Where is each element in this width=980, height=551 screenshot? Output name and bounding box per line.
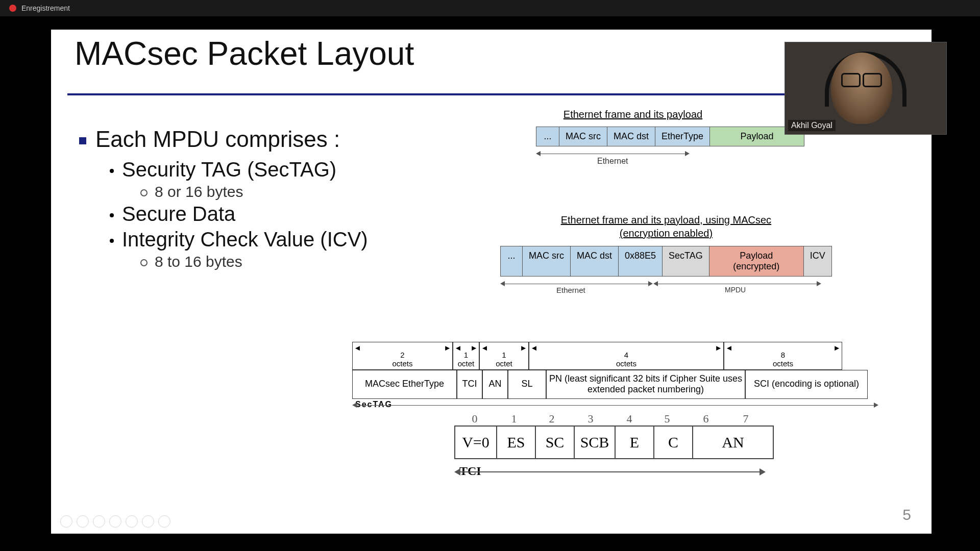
- ethernet-frame-title: Ethernet frame and its payload: [536, 109, 730, 120]
- circle-bullet-icon: [140, 189, 148, 196]
- arrow-bar: [540, 154, 685, 154]
- tci-field: ES: [497, 427, 536, 458]
- sectag-field: MACsec EtherType: [352, 370, 457, 399]
- sectag-octet: ◄►1octet: [479, 342, 529, 370]
- eth-cell-dots: ...: [536, 127, 559, 146]
- sectag-field: SL: [508, 370, 546, 399]
- tci-field: SCB: [575, 427, 616, 458]
- arrow-bar: [459, 471, 761, 472]
- tci-bit-numbers: 01234567: [454, 412, 774, 425]
- control-icon[interactable]: [158, 515, 170, 528]
- mac-cell-macsrc: MAC src: [523, 246, 571, 276]
- bullet-1b-text: Secure Data: [122, 203, 235, 225]
- title-rule: [67, 93, 795, 95]
- tci-bit-num: 6: [686, 412, 726, 425]
- tci-bit-num: 0: [454, 412, 495, 425]
- ethernet-frame-diagram: Ethernet frame and its payload ... MAC s…: [536, 109, 804, 159]
- sectag-field: SCI (encoding is optional): [745, 370, 868, 399]
- sectag-field: PN (least significant 32 bits if Cipher …: [546, 370, 745, 399]
- recording-label: Enregistrement: [21, 4, 70, 12]
- bullet-2c-text: 8 to 16 bytes: [155, 253, 242, 270]
- sectag-octets-row: ◄►2octets◄►1octet◄►1octet◄►4octets◄►8oct…: [352, 342, 878, 370]
- arrow-right-icon: [760, 468, 766, 475]
- arrow-right-icon: [874, 403, 878, 408]
- arrow-right-icon: [817, 281, 821, 286]
- eth-cell-macdst: MAC dst: [607, 127, 655, 146]
- glasses-icon: [841, 73, 882, 85]
- mac-cell-macdst: MAC dst: [571, 246, 619, 276]
- tci-field: E: [616, 427, 654, 458]
- tci-field: AN: [693, 427, 773, 458]
- control-icon[interactable]: [142, 515, 154, 528]
- bullet-2a-text: 8 or 16 bytes: [155, 183, 243, 200]
- tci-bit-num: 1: [495, 412, 533, 425]
- mpdu-span-label: MPDU: [725, 286, 746, 294]
- eth-cell-macsrc: MAC src: [559, 127, 607, 146]
- mac-cell-ethertype: 0x88E5: [619, 246, 663, 276]
- bullet-1a: Security TAG (SecTAG): [110, 158, 436, 181]
- arrow-right-icon: [685, 151, 690, 156]
- tci-bit-num: 2: [533, 412, 571, 425]
- ethernet-span-label: Ethernet: [597, 157, 628, 166]
- bullet-1c: Integrity Check Value (ICV): [110, 228, 436, 251]
- tci-bit-num: 5: [648, 412, 686, 425]
- bullet-1c-text: Integrity Check Value (ICV): [122, 228, 368, 251]
- recording-bar: Enregistrement: [0, 0, 980, 16]
- bullet-1b: Secure Data: [110, 203, 436, 226]
- sectag-octet: ◄►2octets: [352, 342, 453, 370]
- mac-cell-icv: ICV: [804, 246, 831, 276]
- ethernet-span-label: Ethernet: [556, 286, 585, 294]
- webcam-overlay: Akhil Goyal: [785, 42, 947, 135]
- sectag-field: AN: [482, 370, 508, 399]
- bullet-list: Each MPDU comprises : Security TAG (SecT…: [79, 127, 436, 272]
- control-icon[interactable]: [60, 515, 72, 528]
- tci-bit-num: 4: [610, 412, 648, 425]
- disc-bullet-icon: [110, 169, 114, 173]
- sectag-fields-row: MACsec EtherTypeTCIANSLPN (least signifi…: [352, 370, 878, 399]
- arrow-bar: [356, 405, 874, 406]
- mac-cell-dots: ...: [501, 246, 523, 276]
- tci-field: SC: [536, 427, 575, 458]
- bullet-2a: 8 or 16 bytes: [140, 183, 436, 201]
- sectag-span-label: SecTAG: [352, 400, 878, 409]
- mac-cell-sectag: SecTAG: [663, 246, 709, 276]
- macsec-spans: Ethernet MPDU: [500, 279, 827, 289]
- tci-field: V=0: [455, 427, 497, 458]
- tci-bit-num: 3: [571, 412, 610, 425]
- tci-table: 01234567 V=0ESSCSCBECAN TCI: [454, 412, 774, 480]
- sectag-octet: ◄►4octets: [529, 342, 724, 370]
- sectag-octet: ◄►1octet: [453, 342, 479, 370]
- bullet-2c: 8 to 16 bytes: [140, 253, 436, 270]
- ethernet-span: Ethernet: [536, 148, 689, 159]
- sectag-table: ◄►2octets◄►1octet◄►1octet◄►4octets◄►8oct…: [352, 325, 878, 414]
- recording-icon: [9, 5, 16, 12]
- bullet-1a-text: Security TAG (SecTAG): [122, 158, 336, 181]
- arrow-bar: [504, 284, 648, 284]
- ethernet-frame-row: ... MAC src MAC dst EtherType Payload: [536, 127, 804, 146]
- face: [831, 53, 892, 124]
- square-bullet-icon: [79, 137, 86, 144]
- page-number: 5: [902, 506, 911, 523]
- tci-fields-row: V=0ESSCSCBECAN: [454, 425, 774, 459]
- circle-bullet-icon: [140, 259, 148, 266]
- macsec-frame-row: ... MAC src MAC dst 0x88E5 SecTAG Payloa…: [500, 246, 832, 277]
- arrow-right-icon: [648, 281, 653, 286]
- speaker-name: Akhil Goyal: [788, 120, 836, 131]
- arrow-bar: [657, 284, 817, 284]
- tci-field: C: [654, 427, 693, 458]
- control-icon[interactable]: [126, 515, 138, 528]
- macsec-frame-diagram: Ethernet frame and its payload, using MA…: [500, 213, 832, 289]
- macsec-frame-title: Ethernet frame and its payload, using MA…: [544, 213, 789, 240]
- control-icon[interactable]: [109, 515, 121, 528]
- sectag-field: TCI: [457, 370, 482, 399]
- disc-bullet-icon: [110, 213, 114, 217]
- slide-controls: [60, 515, 170, 528]
- control-icon[interactable]: [77, 515, 89, 528]
- mac-cell-payload: Payload (encrypted): [709, 246, 804, 276]
- control-icon[interactable]: [93, 515, 105, 528]
- bullet-0: Each MPDU comprises :: [79, 127, 436, 152]
- tci-bit-num: 7: [726, 412, 766, 425]
- bullet-0-text: Each MPDU comprises :: [95, 127, 340, 152]
- disc-bullet-icon: [110, 239, 114, 243]
- page-title: MACsec Packet Layout: [75, 35, 414, 72]
